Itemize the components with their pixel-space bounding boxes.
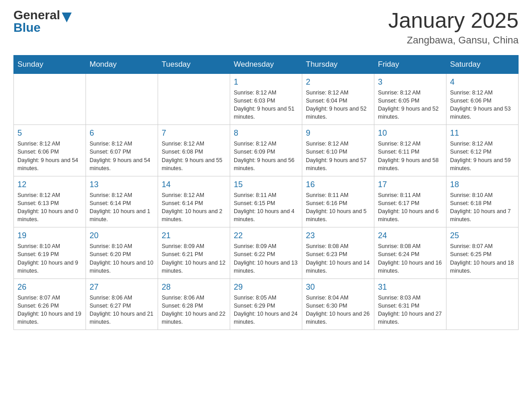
day-number: 14 (162, 180, 226, 189)
day-number: 9 (306, 128, 370, 138)
day-info: Sunrise: 8:05 AMSunset: 6:29 PMDaylight:… (234, 294, 298, 326)
day-info: Sunrise: 8:10 AMSunset: 6:20 PMDaylight:… (90, 242, 154, 275)
day-info: Sunrise: 8:11 AMSunset: 6:17 PMDaylight:… (378, 191, 442, 224)
calendar-cell: 21Sunrise: 8:09 AMSunset: 6:21 PMDayligh… (158, 227, 230, 279)
calendar-cell: 19Sunrise: 8:10 AMSunset: 6:19 PMDayligh… (14, 227, 86, 279)
day-info: Sunrise: 8:12 AMSunset: 6:07 PMDaylight:… (90, 140, 154, 172)
day-number: 6 (90, 128, 154, 138)
day-info: Sunrise: 8:06 AMSunset: 6:28 PMDaylight:… (162, 294, 226, 326)
day-info: Sunrise: 8:12 AMSunset: 6:12 PMDaylight:… (450, 140, 515, 172)
calendar-cell: 13Sunrise: 8:12 AMSunset: 6:14 PMDayligh… (86, 176, 158, 227)
calendar-cell: 1Sunrise: 8:12 AMSunset: 6:03 PMDaylight… (230, 73, 302, 125)
calendar-cell: 17Sunrise: 8:11 AMSunset: 6:17 PMDayligh… (374, 176, 446, 227)
calendar-cell: 31Sunrise: 8:03 AMSunset: 6:31 PMDayligh… (374, 278, 446, 330)
svg-marker-0 (62, 13, 72, 22)
calendar-week-row: 26Sunrise: 8:07 AMSunset: 6:26 PMDayligh… (14, 278, 519, 330)
day-number: 22 (234, 231, 298, 240)
calendar-header-row: SundayMondayTuesdayWednesdayThursdayFrid… (14, 55, 519, 73)
calendar-week-row: 5Sunrise: 8:12 AMSunset: 6:06 PMDaylight… (14, 125, 519, 176)
calendar-cell: 18Sunrise: 8:10 AMSunset: 6:18 PMDayligh… (446, 176, 519, 227)
day-number: 21 (162, 231, 226, 240)
day-number: 2 (306, 77, 370, 87)
calendar-cell: 24Sunrise: 8:08 AMSunset: 6:24 PMDayligh… (374, 227, 446, 279)
logo: General Blue (13, 9, 72, 34)
day-info: Sunrise: 8:08 AMSunset: 6:24 PMDaylight:… (378, 242, 442, 275)
day-number: 5 (17, 128, 82, 138)
calendar-cell: 15Sunrise: 8:11 AMSunset: 6:15 PMDayligh… (230, 176, 302, 227)
calendar-week-row: 12Sunrise: 8:12 AMSunset: 6:13 PMDayligh… (14, 176, 519, 227)
calendar-week-row: 1Sunrise: 8:12 AMSunset: 6:03 PMDaylight… (14, 73, 519, 125)
day-number: 20 (90, 231, 154, 240)
calendar-cell: 7Sunrise: 8:12 AMSunset: 6:08 PMDaylight… (158, 125, 230, 176)
calendar-table: SundayMondayTuesdayWednesdayThursdayFrid… (13, 55, 519, 330)
day-number: 8 (234, 128, 298, 138)
day-number: 1 (234, 77, 298, 87)
day-number: 7 (162, 128, 226, 138)
calendar-cell: 6Sunrise: 8:12 AMSunset: 6:07 PMDaylight… (86, 125, 158, 176)
header-monday: Monday (86, 55, 158, 73)
day-number: 3 (378, 77, 442, 87)
day-number: 13 (90, 180, 154, 189)
day-info: Sunrise: 8:11 AMSunset: 6:15 PMDaylight:… (234, 191, 298, 224)
day-info: Sunrise: 8:12 AMSunset: 6:03 PMDaylight:… (234, 89, 298, 121)
title-block: January 2025 Zangbawa, Gansu, China (388, 9, 519, 46)
calendar-cell (446, 278, 519, 330)
calendar-cell: 30Sunrise: 8:04 AMSunset: 6:30 PMDayligh… (302, 278, 374, 330)
logo-arrow-icon (62, 13, 72, 22)
day-info: Sunrise: 8:08 AMSunset: 6:23 PMDaylight:… (306, 242, 370, 275)
day-number: 24 (378, 231, 442, 240)
day-info: Sunrise: 8:12 AMSunset: 6:05 PMDaylight:… (378, 89, 442, 121)
logo-blue: Blue (13, 21, 60, 34)
calendar-cell: 20Sunrise: 8:10 AMSunset: 6:20 PMDayligh… (86, 227, 158, 279)
day-number: 23 (306, 231, 370, 240)
day-number: 26 (17, 283, 82, 292)
day-number: 4 (450, 77, 515, 87)
day-number: 17 (378, 180, 442, 189)
day-info: Sunrise: 8:12 AMSunset: 6:14 PMDaylight:… (90, 191, 154, 224)
calendar-cell: 27Sunrise: 8:06 AMSunset: 6:27 PMDayligh… (86, 278, 158, 330)
calendar-cell: 5Sunrise: 8:12 AMSunset: 6:06 PMDaylight… (14, 125, 86, 176)
header-sunday: Sunday (14, 55, 86, 73)
day-number: 16 (306, 180, 370, 189)
calendar-cell (86, 73, 158, 125)
day-info: Sunrise: 8:03 AMSunset: 6:31 PMDaylight:… (378, 294, 442, 326)
month-year-title: January 2025 (388, 9, 519, 33)
calendar-week-row: 19Sunrise: 8:10 AMSunset: 6:19 PMDayligh… (14, 227, 519, 279)
day-info: Sunrise: 8:10 AMSunset: 6:19 PMDaylight:… (17, 242, 82, 275)
day-info: Sunrise: 8:07 AMSunset: 6:26 PMDaylight:… (17, 294, 82, 326)
header-friday: Friday (374, 55, 446, 73)
header-wednesday: Wednesday (230, 55, 302, 73)
day-info: Sunrise: 8:12 AMSunset: 6:13 PMDaylight:… (17, 191, 82, 224)
day-info: Sunrise: 8:06 AMSunset: 6:27 PMDaylight:… (90, 294, 154, 326)
calendar-cell: 4Sunrise: 8:12 AMSunset: 6:06 PMDaylight… (446, 73, 519, 125)
day-number: 18 (450, 180, 515, 189)
calendar-cell: 26Sunrise: 8:07 AMSunset: 6:26 PMDayligh… (14, 278, 86, 330)
day-info: Sunrise: 8:12 AMSunset: 6:04 PMDaylight:… (306, 89, 370, 121)
day-number: 27 (90, 283, 154, 292)
page-header: General Blue January 2025 Zangbawa, Gans… (13, 9, 519, 46)
day-info: Sunrise: 8:07 AMSunset: 6:25 PMDaylight:… (450, 242, 515, 275)
header-thursday: Thursday (302, 55, 374, 73)
calendar-cell: 16Sunrise: 8:11 AMSunset: 6:16 PMDayligh… (302, 176, 374, 227)
day-info: Sunrise: 8:11 AMSunset: 6:16 PMDaylight:… (306, 191, 370, 224)
calendar-cell: 11Sunrise: 8:12 AMSunset: 6:12 PMDayligh… (446, 125, 519, 176)
day-info: Sunrise: 8:10 AMSunset: 6:18 PMDaylight:… (450, 191, 515, 224)
calendar-cell: 22Sunrise: 8:09 AMSunset: 6:22 PMDayligh… (230, 227, 302, 279)
calendar-cell: 12Sunrise: 8:12 AMSunset: 6:13 PMDayligh… (14, 176, 86, 227)
day-info: Sunrise: 8:12 AMSunset: 6:14 PMDaylight:… (162, 191, 226, 224)
day-number: 31 (378, 283, 442, 292)
day-info: Sunrise: 8:12 AMSunset: 6:11 PMDaylight:… (378, 140, 442, 172)
day-info: Sunrise: 8:04 AMSunset: 6:30 PMDaylight:… (306, 294, 370, 326)
calendar-cell: 8Sunrise: 8:12 AMSunset: 6:09 PMDaylight… (230, 125, 302, 176)
day-info: Sunrise: 8:12 AMSunset: 6:06 PMDaylight:… (450, 89, 515, 121)
calendar-cell: 23Sunrise: 8:08 AMSunset: 6:23 PMDayligh… (302, 227, 374, 279)
day-info: Sunrise: 8:09 AMSunset: 6:22 PMDaylight:… (234, 242, 298, 275)
day-number: 19 (17, 231, 82, 240)
header-tuesday: Tuesday (158, 55, 230, 73)
day-info: Sunrise: 8:12 AMSunset: 6:09 PMDaylight:… (234, 140, 298, 172)
day-number: 11 (450, 128, 515, 138)
day-number: 25 (450, 231, 515, 240)
calendar-cell (14, 73, 86, 125)
calendar-cell: 3Sunrise: 8:12 AMSunset: 6:05 PMDaylight… (374, 73, 446, 125)
day-number: 15 (234, 180, 298, 189)
